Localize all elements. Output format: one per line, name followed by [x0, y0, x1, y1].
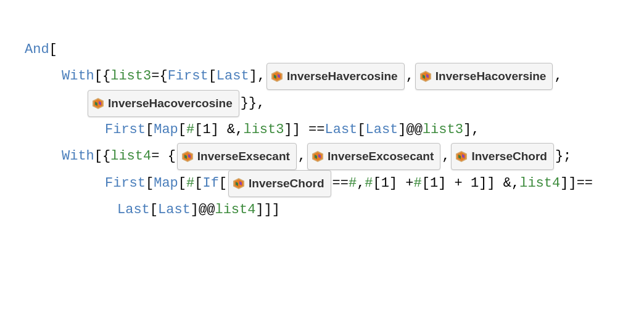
- resource-label: InverseChord: [471, 145, 547, 168]
- var-list3: list3: [243, 117, 284, 143]
- resource-inverse-chord: InverseChord: [451, 143, 553, 170]
- equals: = {: [151, 144, 176, 169]
- comma: ,: [257, 63, 265, 89]
- comma: ,: [471, 117, 479, 143]
- var-list4: list4: [519, 171, 560, 197]
- code-block: And [ With [ { list3 = { First [ Last ] …: [25, 37, 619, 223]
- resource-icon: [419, 70, 432, 83]
- slot: #: [186, 117, 194, 143]
- rbrace: }: [249, 91, 257, 116]
- resource-label: InverseExcosecant: [328, 145, 434, 168]
- resource-inverse-havercosine: InverseHavercosine: [266, 63, 405, 90]
- code-line-5: With [ { list4 = { InverseExsecant , Inv…: [25, 143, 619, 170]
- bracket: [: [194, 171, 202, 197]
- bracket: ]] ==: [284, 117, 324, 143]
- code-line-6: First [ Map [ # [ If [ InverseChord == #…: [25, 170, 619, 197]
- code-line-4: First [ Map [ # [1] &, list3 ]] == Last …: [25, 117, 619, 143]
- code-line-2: With [ { list3 = { First [ Last ] , Inve…: [25, 63, 619, 90]
- suffix2: [1] + 1]] &,: [422, 171, 519, 197]
- kw-map: Map: [154, 171, 178, 197]
- resource-label: InverseHacovercosine: [108, 92, 233, 115]
- bracket: ]: [463, 117, 471, 143]
- suffix: [1] &,: [194, 117, 243, 143]
- kw-if: If: [202, 171, 218, 197]
- eq: ==: [332, 171, 349, 197]
- bracket: [: [146, 117, 154, 143]
- var-list4: list4: [110, 144, 151, 169]
- resource-label: InverseHavercosine: [287, 65, 398, 87]
- code-line-1: And [: [25, 37, 619, 63]
- var-list3: list3: [110, 63, 151, 89]
- bracket: [: [150, 197, 158, 223]
- kw-last: Last: [158, 197, 191, 223]
- bracket: [: [94, 63, 102, 89]
- resource-inverse-hacoversine: InverseHacoversine: [415, 63, 553, 90]
- kw-and: And: [25, 37, 49, 63]
- bracket: [: [178, 171, 186, 197]
- kw-first: First: [105, 117, 146, 143]
- kw-last: Last: [217, 63, 249, 89]
- bracket: ]: [568, 171, 576, 197]
- bracket: [: [357, 117, 365, 143]
- resource-icon: [271, 70, 283, 83]
- bracket: [: [178, 117, 186, 143]
- bracket: [: [219, 171, 227, 197]
- suffix: };: [555, 144, 571, 169]
- bracket: {: [159, 63, 167, 89]
- kw-with: With: [62, 63, 94, 89]
- slot: #: [414, 171, 422, 197]
- resource-icon: [233, 177, 245, 190]
- resource-label: InverseExsecant: [197, 145, 290, 168]
- kw-last: Last: [117, 197, 150, 223]
- resource-icon: [312, 150, 324, 163]
- at: @@: [199, 197, 215, 223]
- bracket: ]: [560, 171, 568, 197]
- bracket: {: [102, 144, 110, 169]
- var-list4: list4: [215, 197, 255, 223]
- kw-map: Map: [154, 117, 178, 143]
- slot: #: [365, 171, 373, 197]
- suffix: [1] +: [373, 171, 414, 197]
- comma: ,: [554, 63, 562, 89]
- resource-icon: [181, 150, 194, 163]
- kw-last: Last: [366, 117, 398, 143]
- resource-inverse-excosecant: InverseExcosecant: [307, 143, 440, 170]
- resource-label: InverseHacoversine: [436, 65, 547, 87]
- resource-label: InverseChord: [249, 173, 324, 195]
- comma: ,: [298, 144, 306, 169]
- comma: ,: [442, 144, 450, 169]
- kw-first: First: [168, 63, 208, 89]
- kw-last: Last: [324, 117, 357, 143]
- var-list3: list3: [423, 117, 463, 143]
- kw-with: With: [62, 144, 94, 169]
- bracket: [: [94, 144, 102, 169]
- resource-inverse-exsecant: InverseExsecant: [177, 143, 297, 170]
- bracket: ]: [398, 117, 406, 143]
- bracket: ]: [249, 63, 257, 89]
- equals: =: [151, 63, 159, 89]
- code-line-3: InverseHacovercosine } } ,: [25, 90, 619, 117]
- bracket: {: [102, 63, 110, 89]
- comma: ,: [357, 171, 365, 197]
- resource-inverse-hacovercosine: InverseHacovercosine: [88, 90, 239, 117]
- kw-first: First: [105, 171, 146, 197]
- comma: ,: [406, 63, 414, 89]
- resource-inverse-chord-2: InverseChord: [228, 170, 331, 197]
- rbrace: }: [241, 91, 249, 116]
- slot: #: [349, 171, 357, 197]
- bracket: ]: [191, 197, 199, 223]
- eqeq: ==: [577, 171, 593, 197]
- bracket: [: [146, 171, 154, 197]
- resource-icon: [92, 97, 104, 110]
- bracket: [: [49, 37, 57, 63]
- slot: #: [186, 171, 194, 197]
- comma: ,: [257, 91, 265, 116]
- code-line-7: Last [ Last ] @@ list4 ]]]: [25, 197, 619, 223]
- bracket: [: [208, 63, 217, 89]
- suffix: ]]]: [255, 197, 280, 223]
- resource-icon: [455, 150, 468, 163]
- at: @@: [407, 117, 423, 143]
